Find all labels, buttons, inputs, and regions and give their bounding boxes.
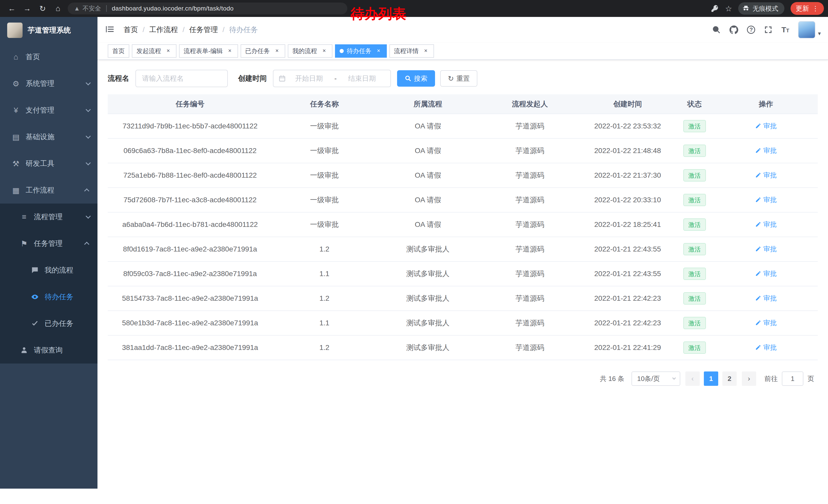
search-icon[interactable] [712,26,721,34]
created-time-cell: 2022-01-22 21:37:30 [580,163,675,188]
avatar[interactable] [798,21,816,39]
tab-待办任务[interactable]: 待办任务× [335,44,387,58]
sidebar-item-leave-query[interactable]: 请假查询 [0,337,97,364]
task-name-cell: 1.1 [273,262,377,286]
status-badge: 激活 [683,194,706,206]
tab-close-icon[interactable]: × [422,47,429,55]
approve-link[interactable]: 审批 [755,343,777,352]
approve-link[interactable]: 审批 [755,195,777,204]
approve-link-label: 审批 [763,122,777,131]
page-number-2[interactable]: 2 [722,371,737,386]
reset-button[interactable]: ↻ 重置 [440,70,478,87]
status-cell: 激活 [675,237,714,262]
tab-我的流程[interactable]: 我的流程× [288,44,332,58]
sidebar-item-process-management[interactable]: ≡流程管理 [0,203,97,230]
page-size-select[interactable]: 10条/页 [631,371,680,386]
sidebar-item-workflow[interactable]: ▦工作流程 [0,177,97,203]
tab-close-icon[interactable]: × [321,47,328,55]
approve-link[interactable]: 审批 [755,269,777,278]
chevron-up-icon [84,242,89,247]
tab-close-icon[interactable]: × [226,47,234,55]
home-icon[interactable]: ⌂ [50,4,66,13]
todo-task-table: 任务编号任务名称所属流程流程发起人创建时间状态操作 73211d9d-7b9b-… [97,94,828,360]
process-cell: 测试多审批人 [377,262,480,286]
approve-link-label: 审批 [763,269,777,278]
goto-page-input[interactable] [782,371,803,386]
annotation-text: 待办列表 [350,5,406,23]
tab-close-icon[interactable]: × [375,47,382,55]
approve-link[interactable]: 审批 [755,220,777,229]
tab-流程详情[interactable]: 流程详情× [389,44,434,58]
person-icon [18,346,30,354]
tab-close-icon[interactable]: × [274,47,281,55]
back-icon[interactable]: ← [4,4,19,13]
sidebar-item-todo-task[interactable]: 待办任务 [0,283,97,310]
breadcrumb-item[interactable]: 任务管理 [189,25,218,35]
sidebar-menu: ⌂首页⚙系统管理¥支付管理▤基础设施⚒研发工具▦工作流程≡流程管理⚑任务管理我的… [0,44,97,364]
reload-icon[interactable]: ↻ [35,4,50,13]
font-size-icon[interactable]: TT [781,26,789,34]
approve-link[interactable]: 审批 [755,294,777,303]
forward-icon[interactable]: → [19,4,35,13]
action-cell: 审批 [714,138,818,163]
status-badge: 激活 [683,120,706,132]
approve-link[interactable]: 审批 [755,244,777,254]
approve-link[interactable]: 审批 [755,146,777,155]
search-button[interactable]: 搜索 [397,70,435,87]
process-cell: 测试多审批人 [377,286,480,311]
sidebar-item-label: 流程管理 [34,212,63,222]
create-time-range-picker[interactable]: 开始日期 - 结束日期 [273,70,391,87]
task-name-cell: 一级审批 [273,212,377,237]
tab-close-icon[interactable]: × [165,47,172,55]
create-time-label: 创建时间 [238,74,267,83]
tab-已办任务[interactable]: 已办任务× [241,44,285,58]
approve-link-label: 审批 [763,171,777,180]
sidebar-item-done-task[interactable]: 已办任务 [0,310,97,337]
github-icon[interactable] [730,26,738,34]
filter-bar: 流程名 创建时间 开始日期 - 结束日期 搜索 ↻ 重置 [97,60,828,94]
process-cell: OA 请假 [377,138,480,163]
next-page-button[interactable]: › [742,371,756,386]
sidebar-item-my-process[interactable]: 我的流程 [0,257,97,283]
approve-link[interactable]: 审批 [755,122,777,131]
table-row: 725a1eb6-7b88-11ec-8ef0-acde48001122一级审批… [108,163,818,188]
update-button[interactable]: 更新 ⋮ [791,2,824,15]
key-icon[interactable] [711,4,719,12]
breadcrumb-item[interactable]: 工作流程 [149,25,178,35]
approve-link[interactable]: 审批 [755,171,777,180]
address-divider [106,5,107,12]
column-header: 任务名称 [273,94,377,114]
sidebar-item-system-management[interactable]: ⚙系统管理 [0,70,97,97]
status-cell: 激活 [675,114,714,138]
tab-流程表单-编辑[interactable]: 流程表单-编辑× [179,44,238,58]
sidebar-collapse-icon[interactable] [105,25,115,35]
fullscreen-icon[interactable] [764,26,773,34]
task-id-cell: 75d72608-7b7f-11ec-a3c8-acde48001122 [108,188,273,212]
process-cell: OA 请假 [377,188,480,212]
yen-icon: ¥ [10,106,22,114]
prev-page-button[interactable]: ‹ [686,371,700,386]
page-number-1[interactable]: 1 [704,371,718,386]
help-icon[interactable]: ? [747,26,755,34]
sidebar-item-payment-management[interactable]: ¥支付管理 [0,97,97,124]
tab-发起流程[interactable]: 发起流程× [132,44,176,58]
column-header: 创建时间 [580,94,675,114]
breadcrumb-separator: / [223,26,225,34]
sidebar-item-home[interactable]: ⌂首页 [0,44,97,70]
breadcrumb-item[interactable]: 首页 [124,25,138,35]
total-count: 共 16 条 [600,374,624,383]
bookmark-star-icon[interactable]: ☆ [725,4,732,13]
sidebar-item-dev-tools[interactable]: ⚒研发工具 [0,150,97,177]
logo[interactable]: 芋道管理系统 [0,17,97,44]
browser-menu-icon[interactable]: ⋮ [812,5,819,12]
process-name-input[interactable] [135,70,228,87]
user-menu[interactable]: ▾ [798,21,821,39]
sidebar-item-infrastructure[interactable]: ▤基础设施 [0,124,97,150]
sidebar-item-task-management[interactable]: ⚑任务管理 [0,230,97,257]
approve-link[interactable]: 审批 [755,318,777,327]
tab-首页[interactable]: 首页 [108,44,129,58]
approve-link-label: 审批 [763,294,777,303]
address-bar[interactable]: ▲ 不安全 dashboard.yudao.iocoder.cn/bpm/tas… [68,3,347,14]
status-cell: 激活 [675,311,714,335]
active-tab-dot [340,49,344,53]
